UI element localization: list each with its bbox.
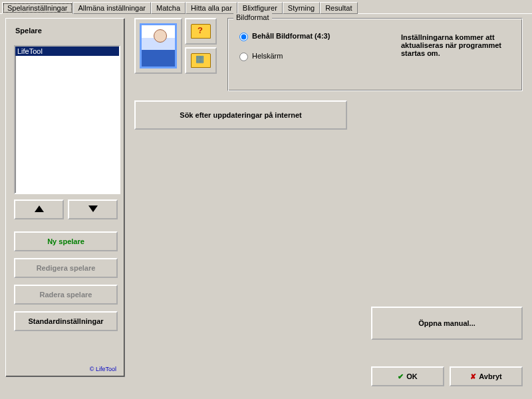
tab-blixtfigurer[interactable]: Blixtfigurer — [237, 2, 283, 14]
move-up-button[interactable] — [14, 200, 64, 219]
svg-marker-0 — [35, 205, 44, 212]
image-format-group: Bildformat Behåll Bildformat (4:3) Helsk… — [227, 18, 523, 91]
svg-marker-1 — [88, 205, 98, 212]
tab-allm-na-inst-llningar[interactable]: Allmäna inställningar — [73, 2, 152, 14]
check-updates-button[interactable]: Sök efter uppdateringar på internet — [134, 100, 347, 130]
triangle-down-icon — [88, 205, 98, 213]
cancel-button[interactable]: ✘Avbryt — [450, 366, 523, 386]
edit-player-button[interactable]: Redigera spelare — [14, 258, 118, 278]
radio-keep-aspect-label: Behåll Bildformat (4:3) — [252, 32, 330, 40]
tab-matcha[interactable]: Matcha — [151, 2, 186, 14]
ok-label: OK — [406, 372, 418, 380]
reorder-buttons — [14, 200, 118, 219]
folder-question-icon — [191, 24, 211, 39]
radio-keep-aspect-input[interactable] — [239, 33, 248, 41]
open-manual-button[interactable]: Öppna manual... — [371, 307, 523, 340]
restart-note: Inställningarna kommer att aktualiseras … — [401, 33, 514, 57]
defaults-button[interactable]: Standardinställningar — [14, 311, 118, 331]
image-format-legend: Bildformat — [233, 13, 272, 21]
check-icon: ✔ — [398, 372, 404, 380]
tabstrip: SpelarinställningarAllmäna inställningar… — [0, 1, 532, 14]
players-panel: Spelare LifeTool Ny spelare Redigera spe… — [5, 18, 125, 377]
folder-picture-icon — [191, 53, 211, 68]
player-listbox[interactable]: LifeTool — [14, 45, 120, 194]
tab-spelarinst-llningar[interactable]: Spelarinställningar — [2, 2, 73, 14]
tab-styrning[interactable]: Styrning — [283, 2, 320, 14]
player-portrait-card[interactable] — [134, 18, 182, 74]
players-panel-title: Spelare — [15, 27, 42, 35]
folder-pictures-card[interactable] — [185, 47, 217, 74]
tab-resultat[interactable]: Resultat — [320, 2, 357, 14]
move-down-button[interactable] — [68, 200, 118, 219]
new-player-button[interactable]: Ny spelare — [14, 231, 118, 251]
radio-fullscreen-label: Helskärm — [252, 52, 283, 60]
folder-help-card[interactable] — [185, 18, 217, 45]
list-item[interactable]: LifeTool — [15, 47, 119, 56]
ok-button[interactable]: ✔OK — [371, 366, 444, 386]
settings-window: SpelarinställningarAllmäna inställningar… — [0, 1, 532, 399]
triangle-up-icon — [35, 205, 44, 213]
radio-fullscreen-input[interactable] — [239, 53, 248, 61]
tab-hitta-alla-par[interactable]: Hitta alla par — [186, 2, 237, 14]
cancel-label: Avbryt — [479, 372, 501, 380]
delete-player-button[interactable]: Radera spelare — [14, 285, 118, 305]
tab-page-player-settings: Spelare LifeTool Ny spelare Redigera spe… — [1, 14, 531, 393]
copyright-label: © LifeTool — [90, 366, 116, 372]
cross-icon: ✘ — [470, 372, 476, 380]
avatar-icon — [140, 23, 177, 68]
